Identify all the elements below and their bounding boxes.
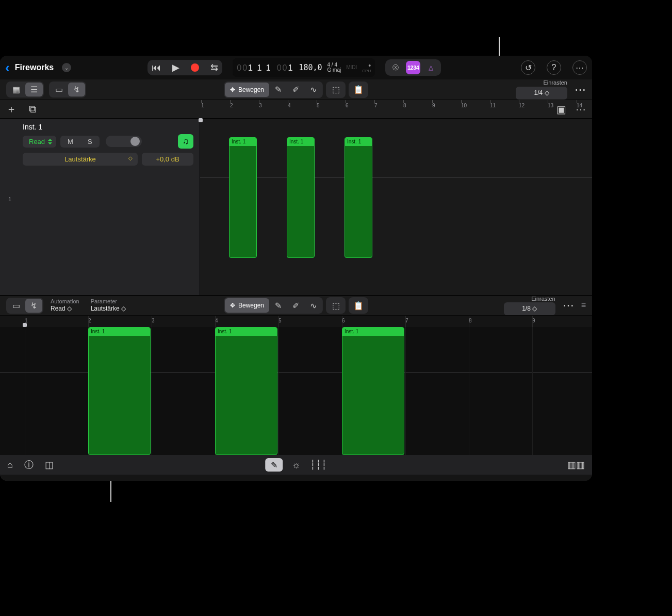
control-bar: ‹ Fireworks ⌄ ⏮ ▶ ⇆ 001 1 1 001 180,0 4 … <box>0 56 592 79</box>
midi-region[interactable]: Inst. 1 <box>345 137 372 258</box>
editor-automation-view[interactable]: ↯ <box>25 299 42 313</box>
marquee-tool[interactable]: ⬚ <box>327 83 345 97</box>
back-button[interactable]: ‹ <box>5 60 10 76</box>
grid-view-button[interactable]: ▦ <box>7 83 25 96</box>
lcd-position: 1 1 1 <box>248 63 272 72</box>
editor-region-label: Inst. 1 <box>89 328 150 336</box>
bar-tick: 6 <box>346 103 349 108</box>
region-label: Inst. 1 <box>230 138 256 146</box>
gridline <box>25 327 25 455</box>
editor-marquee-tool[interactable]: ⬚ <box>327 298 345 313</box>
snap-lower[interactable]: Einrasten 1/8 ◇ <box>504 296 555 316</box>
automation-value[interactable]: +0,0 dB <box>142 153 193 166</box>
snap-lower-label: Einrasten <box>504 296 555 303</box>
lcd-cpu-label: CPU <box>362 69 371 73</box>
editor-region-label: Inst. 1 <box>216 328 277 336</box>
bar-tick: 3 <box>259 103 262 108</box>
editor-midi-region[interactable]: Inst. 1 <box>342 327 404 455</box>
region-label: Inst. 1 <box>345 138 372 146</box>
sidebar-row-marker: 1 <box>8 196 11 202</box>
cycle-button[interactable]: ⇆ <box>210 62 218 73</box>
editor-paste-tool[interactable]: 📋 <box>350 298 367 313</box>
slider-thumb[interactable] <box>130 137 140 146</box>
mute-button[interactable]: M <box>60 136 80 148</box>
volume-slider[interactable] <box>106 136 142 147</box>
brush-tool[interactable]: ✐ <box>287 83 304 97</box>
instrument-icon[interactable]: ♫ <box>178 134 193 149</box>
tool-group-top: ✥Bewegen ✎ ✐ ∿ ⬚ 📋 <box>224 82 368 98</box>
playhead[interactable] <box>199 118 203 122</box>
more-button[interactable]: ⋯ <box>572 60 587 75</box>
app-window: ‹ Fireworks ⌄ ⏮ ▶ ⇆ 001 1 1 001 180,0 4 … <box>0 56 592 481</box>
play-button[interactable]: ▶ <box>172 62 179 73</box>
editor-parameter-label: Parameter <box>91 298 126 305</box>
editor-bar-tick: 5 <box>278 318 282 323</box>
editor-brush-tool[interactable]: ✐ <box>287 298 304 313</box>
record-button[interactable] <box>191 63 199 72</box>
project-title[interactable]: Fireworks <box>15 63 54 72</box>
help-button[interactable]: ? <box>547 60 561 75</box>
duplicate-track-button[interactable]: ⧉ <box>29 103 36 115</box>
editor-automation-label: Automation <box>51 298 79 305</box>
editor-curve-tool[interactable]: ∿ <box>304 298 322 313</box>
lcd-sig-key: 4 / 4 G maj <box>327 62 341 73</box>
project-dropdown-icon[interactable]: ⌄ <box>62 63 71 72</box>
editor-drag-handle[interactable]: ≡ <box>581 301 586 310</box>
curve-tool[interactable]: ∿ <box>304 83 322 97</box>
editor-pencil-tool[interactable]: ✎ <box>269 298 287 313</box>
add-track-button[interactable]: ＋ <box>6 102 17 116</box>
editor-bar-tick: 4 <box>215 318 218 323</box>
tray-button[interactable]: ⌂ <box>7 460 13 471</box>
move-tool[interactable]: ✥Bewegen <box>225 83 269 97</box>
snap-lower-value: 1/8 <box>522 305 531 312</box>
editor-parameter-col[interactable]: Parameter Lautstärke ◇ <box>91 298 126 313</box>
bar-tick: 2 <box>230 103 233 108</box>
bar-tick: 9 <box>432 103 435 108</box>
bar-tick: 8 <box>403 103 406 108</box>
solo-button[interactable]: S <box>80 136 100 148</box>
editor-more-icon[interactable]: ⋯ <box>563 299 574 312</box>
lcd-midi-label: MIDI <box>346 65 357 70</box>
editor-automation-col[interactable]: Automation Read ◇ <box>51 298 79 313</box>
lcd-tempo: 180,0 <box>299 63 322 72</box>
bar-ruler-top[interactable]: 1234567891011121314 <box>200 100 592 118</box>
bar-tick: 10 <box>461 103 467 108</box>
rewind-button[interactable]: ⏮ <box>152 62 161 73</box>
editor-move-tool[interactable]: ✥Bewegen <box>225 298 269 313</box>
mixer-button[interactable]: ┆┆┆ <box>310 459 327 471</box>
editor-midi-region[interactable]: Inst. 1 <box>215 327 277 455</box>
toolbar-more-icon[interactable]: ⋯ <box>575 83 586 96</box>
region-view-button[interactable]: ▭ <box>50 83 68 96</box>
info-button[interactable]: ⓘ <box>24 459 34 471</box>
editor-midi-region[interactable]: Inst. 1 <box>88 327 151 455</box>
editor-parameter-value: Lautstärke <box>91 305 120 312</box>
panel-button[interactable]: ◫ <box>45 459 54 471</box>
editor-bar-tick: 7 <box>405 318 408 323</box>
undo-button[interactable]: ↺ <box>521 60 535 75</box>
pencil-tool[interactable]: ✎ <box>269 83 287 97</box>
lcd-display[interactable]: 001 1 1 001 180,0 4 / 4 G maj MIDI • CPU <box>233 58 375 77</box>
bar-tick: 1 <box>201 103 204 108</box>
automation-view-button[interactable]: ↯ <box>68 83 85 96</box>
metronome-button[interactable]: △ <box>423 61 438 74</box>
draw-mode-button[interactable]: ✎ <box>265 458 283 472</box>
gridline <box>278 327 279 455</box>
snap-top[interactable]: Einrasten 1/4 ◇ <box>516 79 567 100</box>
automation-param-button[interactable]: Lautstärke ◇ <box>23 153 138 166</box>
bar-tick: 5 <box>317 103 320 108</box>
bar-tick: 14 <box>577 103 582 108</box>
bar-ruler-lower[interactable]: 123456789 <box>0 316 592 327</box>
paste-tool[interactable]: 📋 <box>350 83 367 97</box>
midi-region[interactable]: Inst. 1 <box>287 137 315 258</box>
midi-region[interactable]: Inst. 1 <box>229 137 257 258</box>
list-view-button[interactable]: ☰ <box>25 83 43 96</box>
editor-track-area[interactable]: Inst. 1Inst. 1Inst. 1 <box>0 327 592 455</box>
editor-region-view[interactable]: ▭ <box>7 299 25 313</box>
brightness-button[interactable]: ☼ <box>292 460 301 471</box>
editor-bar-tick: 2 <box>88 318 91 323</box>
track-row[interactable]: Inst. 1 Read M S ♫ Lautstärke ◇ +0,0 dB <box>0 119 200 170</box>
tuner-button[interactable]: ⓧ <box>388 61 403 74</box>
automation-mode-button[interactable]: Read <box>23 136 56 148</box>
countin-button[interactable]: 1234 <box>406 61 420 74</box>
keyboard-button[interactable]: ▥▥ <box>567 459 585 471</box>
